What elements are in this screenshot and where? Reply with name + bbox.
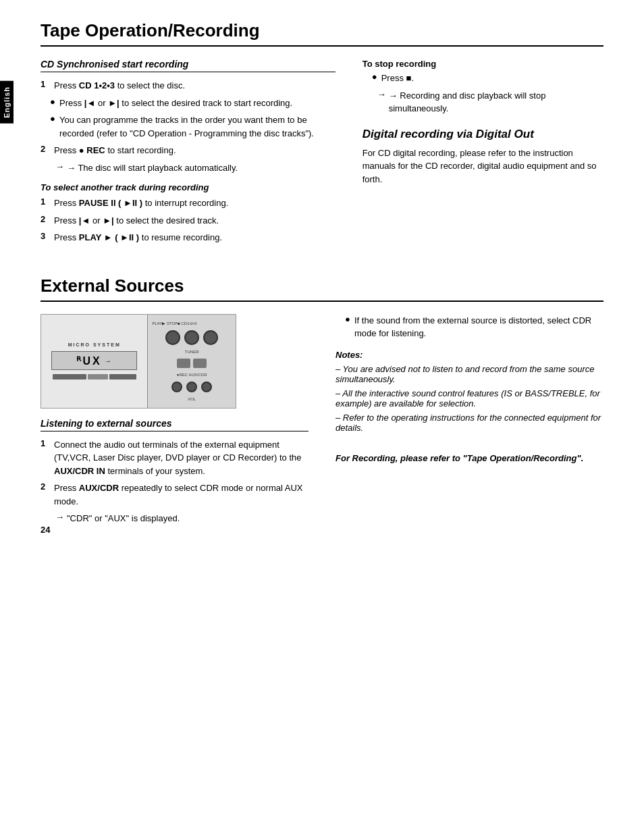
note-1: – You are advised not to listen to and r… xyxy=(336,364,603,384)
sub-step-1: 1 Press PAUSE II ( ►II ) to interrupt re… xyxy=(41,197,336,210)
sub-step-3: 3 Press PLAY ► ( ►II ) to resume recordi… xyxy=(41,231,336,244)
notes-label: Notes: xyxy=(336,350,603,360)
stop-bullet-sym: ● xyxy=(372,72,377,82)
ext-bullet-1: ● If the sound from the external source … xyxy=(336,314,603,340)
ext-arrow-sym: → xyxy=(55,512,64,525)
section1-title: Tape Operation/Recording xyxy=(41,20,603,41)
section1-left: CD Synchronised start recording 1 Press … xyxy=(41,59,336,248)
section2-title: External Sources xyxy=(41,276,603,296)
ext-step-1-num: 1 xyxy=(41,438,50,448)
sub-step-2: 2 Press |◄ or ►| to select the desired t… xyxy=(41,214,336,228)
bullet-1-text: Press |◄ or ►| to select the desired tra… xyxy=(59,97,292,110)
section2: External Sources MICRO SYSTEM ᴿUX → xyxy=(41,276,603,528)
device-buttons-row xyxy=(53,374,136,379)
ext-step-1-text: Connect the audio out terminals of the e… xyxy=(54,438,308,478)
stop-bullet-text: Press ■. xyxy=(381,72,414,85)
ext-steps: 1 Connect the audio out terminals of the… xyxy=(41,438,308,508)
for-recording-text: For Recording, please refer to "Tape Ope… xyxy=(336,453,583,463)
section2-left: MICRO SYSTEM ᴿUX → xyxy=(41,314,308,528)
sub-step-3-num: 3 xyxy=(41,231,50,241)
bullet-1-sym: ● xyxy=(50,97,55,107)
stop-bullet: ● Press ■. xyxy=(363,72,603,85)
right-circles-row xyxy=(165,330,218,345)
bullet-2-text: You can programme the tracks in the orde… xyxy=(59,113,336,140)
page: English Tape Operation/Recording CD Sync… xyxy=(0,0,644,548)
step-1-num: 1 xyxy=(41,79,50,89)
stop-arrow-text: → Recording and disc playback will stop … xyxy=(389,89,603,115)
section1-content: CD Synchronised start recording 1 Press … xyxy=(41,59,603,248)
device-inner: MICRO SYSTEM ᴿUX → xyxy=(41,315,236,408)
device-label: MICRO SYSTEM xyxy=(68,342,121,347)
cd-sync-title: CD Synchronised start recording xyxy=(41,59,336,72)
ext-step-2-text: Press AUX/CDR repeatedly to select CDR m… xyxy=(54,481,308,508)
ext-bullet-1-text: If the sound from the external source is… xyxy=(354,314,603,340)
stop-arrow: → → Recording and disc playback will sto… xyxy=(363,89,603,115)
sub-step-1-num: 1 xyxy=(41,197,50,207)
step-2: 2 Press ● REC to start recording. xyxy=(41,144,336,157)
section1-right: To stop recording ● Press ■. → → Recordi… xyxy=(363,59,603,248)
section2-right: ● If the sound from the external source … xyxy=(336,314,603,528)
digital-text: For CD digital recording, please refer t… xyxy=(363,147,603,186)
step-1: 1 Press CD 1•2•3 to select the disc. xyxy=(41,79,336,93)
device-circle-1 xyxy=(165,330,180,345)
device-circle-sm-2 xyxy=(186,382,197,392)
ext-bullet-1-sym: ● xyxy=(345,314,350,324)
device-image: MICRO SYSTEM ᴿUX → xyxy=(41,314,236,409)
device-circle-2 xyxy=(184,330,199,345)
device-circle-3 xyxy=(203,330,218,345)
device-left-panel: MICRO SYSTEM ᴿUX → xyxy=(41,315,148,408)
sub-step-2-text: Press |◄ or ►| to select the desired tra… xyxy=(54,214,219,228)
cd-sync-steps: 1 Press CD 1•2•3 to select the disc. ● P… xyxy=(41,79,336,157)
right-btn-1 xyxy=(177,359,190,368)
device-circle-sm-1 xyxy=(171,382,182,392)
right-btn-2 xyxy=(193,359,207,368)
arrow-note-1-text: → The disc will start playback automatic… xyxy=(67,161,238,175)
step-2-text: Press ● REC to start recording. xyxy=(54,144,176,157)
note-2: – All the interactive sound control feat… xyxy=(336,388,603,409)
ext-subsection-title: Listening to external sources xyxy=(41,418,308,431)
sub-step-1-text: Press PAUSE II ( ►II ) to interrupt reco… xyxy=(54,197,228,210)
arrow-sym-1: → xyxy=(55,161,64,175)
bullet-1: ● Press |◄ or ►| to select the desired t… xyxy=(41,97,336,110)
stop-arrow-sym: → xyxy=(377,89,386,115)
step-2-num: 2 xyxy=(41,144,50,154)
ext-step-1: 1 Connect the audio out terminals of the… xyxy=(41,438,308,478)
right-circles-row-2 xyxy=(171,382,212,392)
ext-step-2-num: 2 xyxy=(41,481,50,492)
digital-title: Digital recording via Digital Out xyxy=(363,128,603,141)
sub-step-3-text: Press PLAY ► ( ►II ) to resume recording… xyxy=(54,231,222,244)
device-circle-sm-3 xyxy=(201,382,212,392)
sub-step-2-num: 2 xyxy=(41,214,50,224)
bullet-2-sym: ● xyxy=(50,113,55,124)
right-btns-row xyxy=(177,359,207,368)
device-right-panel: PLAY▶ STOP■ CD1•2•3 TUNER xyxy=(148,315,236,408)
section2-content: MICRO SYSTEM ᴿUX → xyxy=(41,314,603,528)
page-number: 24 xyxy=(41,525,50,535)
ext-arrow-text: "CDR" or "AUX" is displayed. xyxy=(67,512,180,525)
ext-step-2: 2 Press AUX/CDR repeatedly to select CDR… xyxy=(41,481,308,508)
note-3: – Refer to the operating instructions fo… xyxy=(336,413,603,433)
section1-divider xyxy=(41,45,603,47)
bullet-2: ● You can programme the tracks in the or… xyxy=(41,113,336,140)
lang-tab: English xyxy=(0,81,14,124)
notes-block: Notes: – You are advised not to listen t… xyxy=(336,350,603,433)
device-display: ᴿUX → xyxy=(51,351,137,370)
section2-divider xyxy=(41,300,603,302)
arrow-note-1: → → The disc will start playback automat… xyxy=(41,161,336,175)
stop-heading: To stop recording xyxy=(363,59,603,69)
sub-heading-1: To select another track during recording xyxy=(41,182,336,192)
ext-arrow-note: → "CDR" or "AUX" is displayed. xyxy=(41,512,308,525)
step-1-text: Press CD 1•2•3 to select the disc. xyxy=(54,79,185,93)
sub-steps: 1 Press PAUSE II ( ►II ) to interrupt re… xyxy=(41,197,336,244)
for-recording: For Recording, please refer to "Tape Ope… xyxy=(336,453,603,463)
